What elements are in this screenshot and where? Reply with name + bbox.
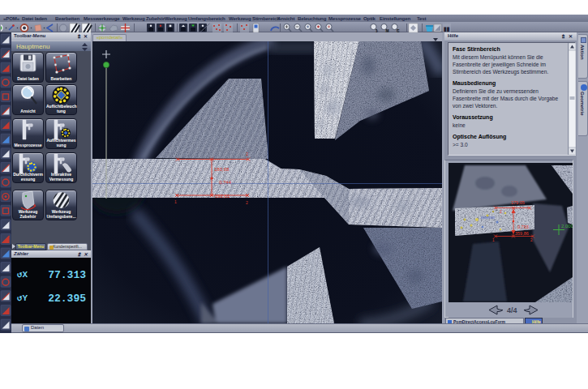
- svg-text:359,86: 359,86: [515, 231, 529, 236]
- svg-text:179,05: 179,05: [511, 200, 525, 205]
- svg-text:2: 2: [246, 152, 248, 156]
- svg-text:0,744: 0,744: [219, 180, 232, 185]
- svg-text:2,000: 2,000: [561, 224, 573, 229]
- svg-text:▮▮: ▮▮: [444, 26, 450, 32]
- svg-text:192,61: 192,61: [215, 194, 230, 199]
- svg-text:180,68: 180,68: [214, 167, 230, 172]
- svg-text:4/4: 4/4: [507, 306, 517, 314]
- svg-text:2: 2: [246, 200, 248, 205]
- svg-text:1: 1: [174, 199, 177, 204]
- svg-text:0,793: 0,793: [517, 224, 529, 229]
